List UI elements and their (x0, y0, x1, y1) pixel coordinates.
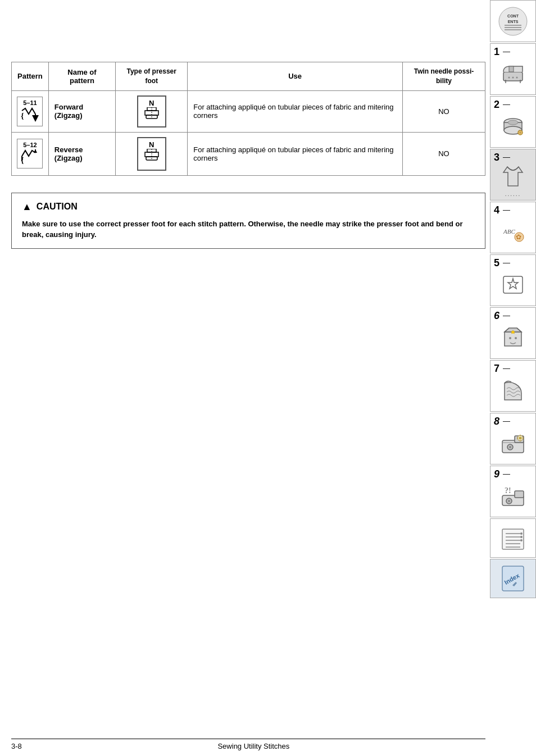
pattern-id-cell-2: 5–12 { (12, 132, 49, 175)
chapter-2-dash: — (503, 100, 510, 108)
presser-foot-1: N (116, 90, 188, 132)
sidebar-item-contents[interactable]: CONT ENTS (490, 0, 536, 42)
svg-rect-56 (502, 529, 524, 549)
sidebar-item-index-book[interactable] (490, 518, 536, 558)
caution-box: ▲ CAUTION Make sure to use the correct p… (11, 193, 485, 249)
pattern-table: Pattern Name of pattern Type of presser … (11, 62, 485, 176)
chapter-1-icon (498, 59, 528, 88)
svg-point-46 (519, 437, 522, 440)
svg-text:CONT: CONT (507, 14, 519, 18)
chapter-6-num: 6 (494, 310, 499, 322)
svg-point-38 (509, 337, 511, 339)
table-row: 5–11 (12, 90, 485, 132)
svg-point-62 (520, 532, 523, 535)
pattern-id-1: 5–11 (21, 99, 39, 106)
sidebar: CONT ENTS 1 — (490, 0, 536, 756)
svg-rect-20 (503, 72, 523, 81)
chapter-1-num: 1 (494, 46, 499, 58)
svg-point-55 (508, 500, 510, 502)
chapter-5-icon (498, 270, 528, 299)
footer-title: Sewing Utility Stitches (217, 742, 289, 750)
svg-rect-21 (509, 66, 514, 72)
chapter-9-dash: — (503, 470, 510, 478)
chapter-3-num: 3 (494, 152, 499, 163)
sidebar-item-chapter-6[interactable]: 6 — (490, 307, 536, 359)
svg-point-63 (520, 536, 523, 538)
svg-point-64 (520, 539, 523, 541)
chapter-9-num: 9 (494, 468, 499, 480)
chapter-1-dash: — (503, 47, 510, 56)
col-header-presser: Type of presser foot (116, 62, 188, 91)
col-header-twin: Twin needle possi- bility (402, 62, 485, 91)
caution-title-text: CAUTION (37, 202, 78, 212)
pattern-name-2: Reverse(Zigzag) (48, 132, 115, 175)
chapter-7-num: 7 (494, 363, 499, 375)
svg-point-25 (512, 77, 514, 79)
sidebar-item-chapter-9[interactable]: 9 — ?! (490, 466, 536, 517)
pattern-symbol-2: { (21, 148, 39, 166)
chapter-5-dash: — (503, 258, 510, 267)
chapter-4-icon: ABC ✿ (498, 217, 528, 247)
chapter-8-num: 8 (494, 416, 499, 427)
sidebar-item-chapter-2[interactable]: 2 — (490, 96, 536, 148)
svg-point-24 (508, 77, 510, 79)
sidebar-item-chapter-4[interactable]: 4 — ABC ✿ (490, 202, 536, 253)
sidebar-item-chapter-1[interactable]: 1 — (490, 43, 536, 95)
svg-point-30 (508, 120, 518, 125)
pattern-id-cell: 5–11 (12, 90, 49, 132)
chapter-6-dash: — (503, 311, 510, 320)
sidebar-item-chapter-3[interactable]: 3 — ...... (490, 149, 536, 201)
twin-needle-2: NO (402, 132, 485, 175)
chapter-9-icon: ?! (498, 481, 528, 511)
use-1: For attaching appliqué on tubular pieces… (188, 90, 403, 132)
chapter-7-icon (498, 376, 528, 405)
chapter-6-icon (498, 323, 528, 352)
chapter-3-dash: — (503, 153, 510, 161)
svg-point-44 (509, 446, 511, 448)
chapter-8-dash: — (503, 417, 510, 425)
chapter-3-dots: ...... (505, 191, 521, 197)
svg-text:ENTS: ENTS (508, 20, 519, 24)
col-header-use: Use (188, 62, 403, 91)
svg-text:✿: ✿ (516, 233, 521, 241)
caution-triangle-icon: ▲ (22, 201, 32, 213)
svg-point-26 (516, 77, 518, 79)
pattern-id-2: 5–12 (21, 142, 39, 148)
chapter-4-num: 4 (494, 204, 499, 216)
use-2: For attaching appliqué on tubular pieces… (188, 132, 403, 175)
table-row: 5–12 { (12, 132, 485, 175)
main-content: Pattern Name of pattern Type of presser … (11, 62, 485, 283)
sidebar-item-chapter-5[interactable]: 5 — (490, 254, 536, 306)
svg-text:{: { (21, 112, 24, 120)
chapter-4-dash: — (503, 206, 510, 214)
twin-needle-1: NO (402, 90, 485, 132)
pattern-symbol-1: { (21, 106, 39, 124)
chapter-7-dash: — (503, 364, 510, 372)
chapter-2-icon (498, 112, 528, 141)
caution-title: ▲ CAUTION (22, 201, 475, 213)
book-icon (498, 525, 528, 554)
svg-marker-8 (34, 149, 37, 153)
svg-text:{: { (21, 156, 24, 164)
col-header-name: Name of pattern (48, 62, 115, 91)
index-icon: Index (498, 565, 528, 594)
col-header-pattern: Pattern (12, 62, 49, 91)
svg-point-32 (519, 131, 521, 134)
sidebar-item-chapter-8[interactable]: 8 — (490, 413, 536, 464)
svg-rect-52 (515, 491, 524, 498)
caution-body: Make sure to use the correct presser foo… (22, 218, 475, 240)
footer: 3-8 Sewing Utility Stitches (11, 739, 485, 750)
chapter-2-num: 2 (494, 99, 499, 111)
chapter-3-icon (498, 162, 528, 191)
contents-icon: CONT ENTS (498, 6, 528, 37)
page-number: 3-8 (11, 742, 22, 750)
svg-point-39 (515, 337, 517, 339)
sidebar-item-chapter-7[interactable]: 7 — (490, 360, 536, 412)
svg-text:?!: ?! (505, 486, 511, 495)
presser-foot-2: N (116, 132, 188, 175)
pattern-name-1: Forward (Zigzag) (48, 90, 115, 132)
svg-text:ABC: ABC (503, 228, 515, 235)
chapter-5-num: 5 (494, 257, 499, 269)
chapter-8-icon (498, 429, 528, 458)
sidebar-item-index[interactable]: Index (490, 559, 536, 598)
